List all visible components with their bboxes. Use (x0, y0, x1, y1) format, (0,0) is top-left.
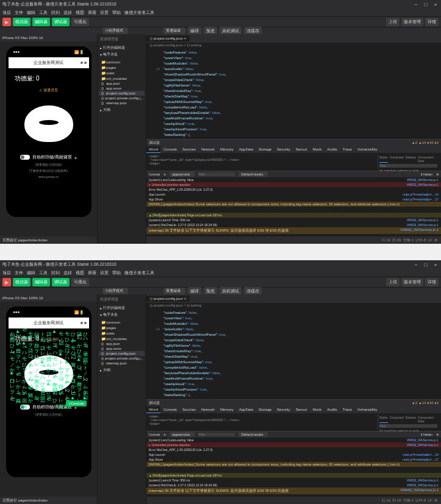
menu-item[interactable]: 转到 (51, 270, 60, 276)
file-item[interactable]: {}project.config.json (99, 91, 145, 96)
styles-tab[interactable]: Styles (379, 155, 388, 163)
console-filter[interactable] (198, 433, 235, 436)
project-root[interactable]: ▾ 电子木鱼 (98, 311, 146, 318)
editor-button[interactable]: 编辑器 (32, 18, 50, 26)
menu-item[interactable]: 视图 (76, 10, 84, 16)
file-item[interactable]: {}app.json (99, 81, 145, 86)
devtools-tab[interactable]: Security (274, 406, 293, 413)
auto-switch[interactable] (20, 405, 30, 410)
styles-tab[interactable]: Dataset (406, 416, 416, 423)
file-item[interactable]: {}project.private.config.j... (99, 96, 145, 101)
devtools-tab[interactable]: Vulnerability (355, 406, 379, 413)
styles-tab[interactable]: Styles (379, 416, 388, 423)
maximize-icon[interactable]: □ (423, 261, 429, 268)
menu-item[interactable]: 编辑 (27, 270, 35, 276)
debugger-button[interactable]: 调试器 (52, 18, 70, 26)
menu-item[interactable]: 微信开发者工具 (124, 10, 154, 16)
upload-button[interactable]: 上传 (386, 278, 400, 286)
file-item[interactable]: {}project.private.config.j... (99, 356, 145, 361)
debugger-button[interactable]: 调试器 (52, 278, 70, 286)
levels-dropdown[interactable]: Default levels (238, 432, 268, 437)
devtools-tab[interactable]: Mock (310, 146, 324, 152)
devtools-tab[interactable]: Console (161, 406, 179, 413)
visualize-button[interactable]: 可视化 (71, 278, 89, 286)
styles-tab[interactable]: Computed (390, 155, 404, 163)
details-button[interactable]: 详情 (425, 18, 439, 26)
wooden-fish-icon[interactable] (24, 355, 73, 392)
devtools-tab[interactable]: AppData (237, 406, 256, 413)
close-icon[interactable]: × (432, 1, 439, 7)
styles-tab[interactable]: Component Data (418, 416, 437, 423)
editor-tab[interactable]: {} project.config.json × (146, 296, 190, 302)
devtools-tab[interactable]: Sources (180, 146, 198, 152)
menu-item[interactable]: 帮助 (112, 270, 121, 276)
file-item[interactable]: 📁static (99, 330, 145, 336)
file-item[interactable]: {}sitemap.json (99, 361, 145, 366)
close-icon[interactable]: × (432, 261, 439, 268)
breadcrumb[interactable]: {} project.config.json > {} setting (146, 303, 441, 309)
code-area[interactable]: "nodeFeature": false,"coverView": true,"… (146, 49, 441, 139)
auto-switch[interactable] (20, 155, 30, 160)
editor-tab[interactable]: {} project.config.json × (146, 35, 190, 41)
devtools-tab[interactable]: Storage (256, 146, 274, 152)
file-item[interactable]: {}app.wxss (99, 346, 145, 351)
elements-tree[interactable]: <page> <view class="home _div" style="ba… (149, 154, 378, 169)
code-area[interactable]: "nodeFeature": false,"coverView": true,"… (146, 309, 441, 399)
settings-icon[interactable]: ⚙ (436, 172, 439, 176)
simulator-button[interactable]: 模拟器 (13, 278, 30, 286)
menu-item[interactable]: 设置 (100, 270, 109, 276)
outline[interactable]: ▸ 大纲 (98, 107, 146, 113)
editor-button[interactable]: 编辑器 (32, 278, 50, 286)
file-item[interactable]: 📁common (99, 59, 145, 65)
vconsole-button[interactable]: vConsole (66, 400, 86, 406)
devtools-tab[interactable]: Sources (180, 406, 198, 413)
devtools-tab[interactable]: Trace (340, 406, 354, 413)
file-item[interactable]: 📁pages (99, 325, 145, 330)
file-item[interactable]: {}project.config.json (99, 351, 145, 356)
styles-filter[interactable] (379, 424, 437, 428)
devtools-tab[interactable]: Sensor (293, 146, 310, 152)
devtools-tab[interactable]: Security (274, 146, 293, 152)
menu-item[interactable]: 设置 (100, 10, 109, 16)
compile-dropdown[interactable]: 普通编译 (163, 27, 185, 34)
file-item[interactable]: 📁uni_modules (99, 76, 145, 81)
menu-item[interactable]: 界面 (88, 270, 96, 276)
file-item[interactable]: {}app.wxss (99, 86, 145, 91)
context-dropdown[interactable]: appservice (170, 172, 195, 177)
levels-dropdown[interactable]: Default levels (238, 172, 268, 177)
console-filter[interactable] (198, 172, 235, 176)
devtools-tab[interactable]: Console (161, 146, 179, 152)
devtools-tab[interactable]: Audits (324, 146, 340, 152)
simulator-button[interactable]: 模拟器 (13, 18, 30, 26)
menu-item[interactable]: 界面 (88, 10, 96, 16)
open-editors[interactable]: ▸ 打开的编辑器 (98, 44, 146, 51)
outline[interactable]: ▸ 大纲 (98, 367, 146, 374)
device-selector[interactable]: iPhone XS Max 100% 16 (0, 34, 97, 41)
file-item[interactable]: 📁common (99, 319, 145, 325)
maximize-icon[interactable]: □ (423, 1, 429, 7)
menu-item[interactable]: 选择 (63, 270, 72, 276)
version-button[interactable]: 版本管理 (401, 278, 423, 286)
visualize-button[interactable]: 可视化 (71, 18, 89, 26)
menu-item[interactable]: 工具 (39, 10, 48, 16)
devtools-tab[interactable]: Vulnerability (355, 146, 379, 152)
elements-tree[interactable]: <page> <view class="home _div" style="ba… (149, 414, 378, 430)
styles-tab[interactable]: Computed (390, 416, 404, 423)
mode-dropdown[interactable]: 小程序模式 (102, 27, 128, 34)
file-item[interactable]: 📁static (99, 70, 145, 76)
devtools-tab[interactable]: Wxml (146, 406, 160, 413)
menu-item[interactable]: 视图 (76, 270, 84, 276)
styles-tab[interactable]: Component Data (418, 155, 437, 163)
clear-console-icon[interactable]: ⊘ (163, 433, 166, 436)
menu-item[interactable]: 项目 (2, 10, 11, 16)
file-item[interactable]: {}sitemap.json (99, 101, 145, 105)
minimize-icon[interactable]: − (413, 1, 419, 7)
devtools-tab[interactable]: Sensor (293, 406, 310, 413)
devtools-tab[interactable]: Audits (324, 406, 340, 413)
menu-item[interactable]: 文件 (15, 270, 23, 276)
wooden-fish-icon[interactable] (24, 105, 73, 142)
menu-item[interactable]: 转到 (51, 10, 60, 16)
context-dropdown[interactable]: appservice (170, 432, 195, 437)
styles-tab[interactable]: Dataset (406, 155, 416, 163)
settings-icon[interactable]: ⚙ (436, 433, 439, 436)
